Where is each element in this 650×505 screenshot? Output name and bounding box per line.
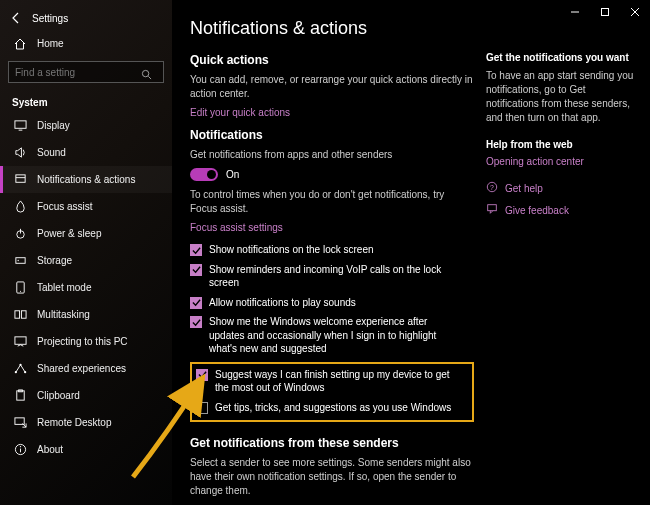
check-sounds[interactable] (190, 297, 202, 309)
svg-point-17 (19, 364, 21, 366)
svg-point-15 (14, 371, 16, 373)
search-icon (141, 69, 152, 82)
check-welcome[interactable] (190, 316, 202, 328)
focus-times-desc: To control times when you do or don't ge… (190, 188, 474, 216)
help-label: Get help (505, 183, 543, 194)
help-icon: ? (486, 181, 498, 195)
quick-actions-desc: You can add, remove, or rearrange your q… (190, 73, 474, 101)
aside: Get the notifications you want To have a… (486, 8, 636, 505)
check-label: Get tips, tricks, and suggestions as you… (215, 401, 451, 415)
nav-storage[interactable]: Storage (0, 247, 172, 274)
check-label: Show reminders and incoming VoIP calls o… (209, 263, 460, 290)
svg-rect-14 (14, 337, 25, 344)
check-lock-screen[interactable] (190, 244, 202, 256)
window-controls (560, 0, 650, 24)
storage-icon (13, 254, 27, 268)
svg-rect-4 (15, 175, 24, 182)
svg-rect-8 (15, 258, 24, 264)
app-title: Settings (32, 13, 68, 24)
back-icon[interactable] (8, 10, 24, 26)
nav-power[interactable]: Power & sleep (0, 220, 172, 247)
nav-label: Clipboard (37, 390, 80, 401)
nav-home[interactable]: Home (0, 30, 172, 57)
svg-text:?: ? (490, 184, 494, 191)
quick-actions-heading: Quick actions (190, 53, 474, 67)
edit-quick-actions-link[interactable]: Edit your quick actions (190, 107, 474, 118)
svg-line-1 (148, 76, 151, 79)
notifications-toggle[interactable] (190, 168, 218, 181)
tablet-icon (13, 281, 27, 295)
nav-projecting[interactable]: Projecting to this PC (0, 328, 172, 355)
aside-want-desc: To have an app start sending you notific… (486, 69, 636, 125)
sound-icon (13, 146, 27, 160)
nav-label: About (37, 444, 63, 455)
svg-rect-12 (14, 311, 19, 318)
minimize-button[interactable] (560, 0, 590, 24)
nav-label: Focus assist (37, 201, 93, 212)
nav-multitasking[interactable]: Multitasking (0, 301, 172, 328)
page-title: Notifications & actions (190, 18, 474, 39)
nav-label: Shared experiences (37, 363, 126, 374)
close-button[interactable] (620, 0, 650, 24)
maximize-button[interactable] (590, 0, 620, 24)
section-label: System (0, 89, 172, 112)
nav-tablet[interactable]: Tablet mode (0, 274, 172, 301)
nav-label: Notifications & actions (37, 174, 135, 185)
svg-point-16 (24, 371, 26, 373)
give-feedback-link[interactable]: Give feedback (486, 203, 636, 217)
nav-label: Tablet mode (37, 282, 91, 293)
nav-label: Power & sleep (37, 228, 101, 239)
aside-want-heading: Get the notifications you want (486, 52, 636, 63)
shared-icon (13, 362, 27, 376)
home-icon (13, 37, 27, 51)
get-help-link[interactable]: ? Get help (486, 181, 636, 195)
notifications-desc: Get notifications from apps and other se… (190, 148, 474, 162)
senders-desc: Select a sender to see more settings. So… (190, 456, 474, 498)
check-label: Show notifications on the lock screen (209, 243, 374, 257)
nav-label: Projecting to this PC (37, 336, 128, 347)
check-label: Allow notifications to play sounds (209, 296, 356, 310)
nav-remote[interactable]: Remote Desktop (0, 409, 172, 436)
aside-web-link[interactable]: Opening action center (486, 156, 636, 167)
aside-web-heading: Help from the web (486, 139, 636, 150)
clipboard-icon (13, 389, 27, 403)
nav-focus-assist[interactable]: Focus assist (0, 193, 172, 220)
nav-display[interactable]: Display (0, 112, 172, 139)
sidebar: Settings Home System Display S (0, 0, 172, 505)
svg-rect-26 (488, 205, 497, 211)
nav-sound[interactable]: Sound (0, 139, 172, 166)
notifications-heading: Notifications (190, 128, 474, 142)
svg-point-0 (142, 70, 148, 76)
check-tips[interactable] (196, 402, 208, 414)
nav-clipboard[interactable]: Clipboard (0, 382, 172, 409)
check-voip[interactable] (190, 264, 202, 276)
check-label: Show me the Windows welcome experience a… (209, 315, 460, 356)
svg-point-23 (19, 446, 20, 447)
focus-icon (13, 200, 27, 214)
feedback-label: Give feedback (505, 205, 569, 216)
focus-assist-link[interactable]: Focus assist settings (190, 222, 474, 233)
senders-heading: Get notifications from these senders (190, 436, 474, 450)
highlight-annotation: Suggest ways I can finish setting up my … (190, 362, 474, 423)
nav-label: Home (37, 38, 64, 49)
toggle-state: On (226, 169, 239, 180)
about-icon (13, 443, 27, 457)
nav-shared[interactable]: Shared experiences (0, 355, 172, 382)
check-finish-setup[interactable] (196, 369, 208, 381)
check-label: Suggest ways I can finish setting up my … (215, 368, 466, 395)
nav-label: Multitasking (37, 309, 90, 320)
nav-label: Display (37, 120, 70, 131)
power-icon (13, 227, 27, 241)
nav-notifications[interactable]: Notifications & actions (0, 166, 172, 193)
svg-rect-2 (14, 121, 25, 128)
main: Notifications & actions Quick actions Yo… (172, 0, 650, 505)
notifications-icon (13, 173, 27, 187)
multitasking-icon (13, 308, 27, 322)
svg-point-9 (17, 260, 18, 261)
projecting-icon (13, 335, 27, 349)
nav-label: Sound (37, 147, 66, 158)
svg-rect-13 (21, 311, 26, 318)
nav-about[interactable]: About (0, 436, 172, 463)
nav-label: Remote Desktop (37, 417, 111, 428)
feedback-icon (486, 203, 498, 217)
